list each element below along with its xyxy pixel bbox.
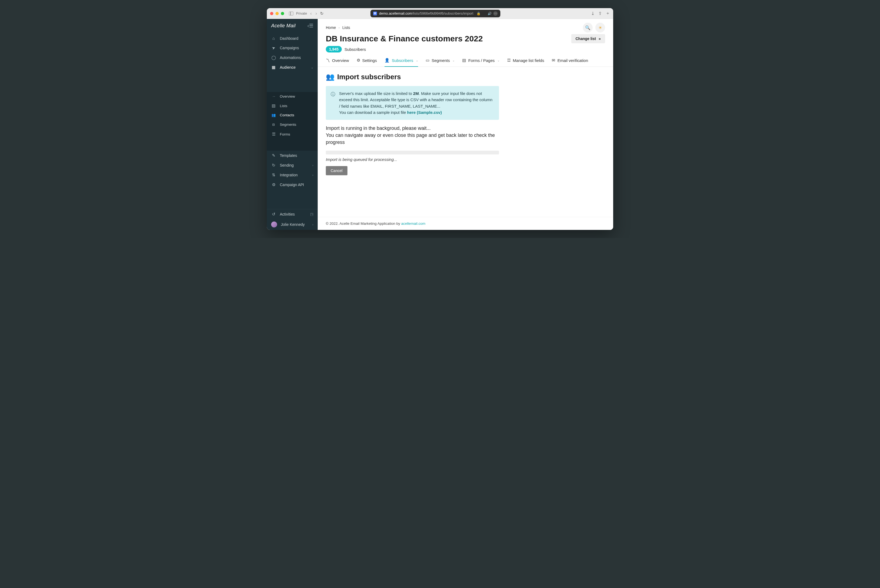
maximize-window-icon[interactable] xyxy=(281,12,284,15)
window-controls xyxy=(270,12,284,15)
sun-icon: ☀ xyxy=(598,25,602,30)
new-tab-icon[interactable]: ＋ xyxy=(605,10,610,16)
sidebar-item-automations[interactable]: Automations xyxy=(267,53,318,63)
import-status: Import is running in the backgroud, plea… xyxy=(326,124,499,146)
change-list-button[interactable]: Change list » xyxy=(571,34,605,43)
contacts-icon xyxy=(271,113,276,117)
breadcrumb-separator: › xyxy=(338,26,339,29)
list-tabs: 〽 Overview ⚙ Settings 👤 Subscribers ⌄ ▭ … xyxy=(318,52,613,67)
breadcrumb-home[interactable]: Home xyxy=(326,26,336,30)
main-content: Home › Lists 🔍 ☀ DB Insurance & Finance … xyxy=(318,19,613,230)
cancel-button[interactable]: Cancel xyxy=(326,166,347,175)
footer-link[interactable]: acellemail.com xyxy=(401,222,425,226)
avatar-icon xyxy=(271,222,277,228)
downloads-icon[interactable]: ⤓ xyxy=(591,11,595,16)
breadcrumb-lists[interactable]: Lists xyxy=(342,26,350,30)
external-link-icon: ◳ xyxy=(310,212,313,216)
share-icon[interactable]: ⇪ xyxy=(598,11,602,16)
search-icon: 🔍 xyxy=(585,25,590,30)
forward-button[interactable]: › xyxy=(315,11,317,16)
import-panel: 👥 Import subscribers ⓘ Server's max uplo… xyxy=(318,67,572,181)
audio-icon[interactable]: 🔊 xyxy=(488,12,492,15)
chevron-down-icon: ⌄ xyxy=(416,59,418,62)
site-options-icon[interactable]: ⋯ xyxy=(493,11,498,16)
sidebar-toggle-icon[interactable] xyxy=(289,12,293,15)
group-icon: 👥 xyxy=(326,73,335,81)
sidebar-user[interactable]: Jolie Kennedy › xyxy=(267,219,318,230)
progress-bar xyxy=(326,151,499,154)
chevron-right-icon: › xyxy=(312,173,313,177)
collapse-sidebar-icon[interactable]: ‹☰ xyxy=(308,23,313,28)
tab-email-verification[interactable]: ✉ Email verification xyxy=(552,58,588,66)
app-window: Private ‹ › ↻ M demo.acellemail.com/list… xyxy=(267,8,613,230)
chevron-down-icon: ⌄ xyxy=(452,59,455,62)
sidebar-item-campaign-api[interactable]: Campaign API xyxy=(267,180,318,190)
section-heading: 👥 Import subscribers xyxy=(326,73,564,81)
tab-manage-fields[interactable]: ☲ Manage list fields xyxy=(507,58,544,66)
tab-forms-pages[interactable]: ▤ Forms / Pages ⌄ xyxy=(462,58,500,66)
chevron-down-icon: ⌄ xyxy=(497,59,500,62)
fields-icon: ☲ xyxy=(507,58,511,63)
minimize-window-icon[interactable] xyxy=(275,12,279,15)
overview-icon: 〽 xyxy=(326,58,330,63)
api-icon xyxy=(271,182,276,187)
sidebar-sub-lists[interactable]: Lists xyxy=(267,101,318,111)
tab-subscribers[interactable]: 👤 Subscribers ⌄ xyxy=(384,58,418,66)
templates-icon xyxy=(271,153,276,158)
mail-check-icon: ✉ xyxy=(552,58,555,63)
segments-icon xyxy=(271,122,276,127)
top-bar: Home › Lists 🔍 ☀ xyxy=(318,19,613,33)
reload-button[interactable]: ↻ xyxy=(320,11,324,16)
sidebar-audience-submenu: Overview Lists Contacts Segments Forms xyxy=(267,92,318,150)
brand-header: Acelle Mail ‹☰ xyxy=(267,19,318,33)
sample-csv-link[interactable]: here (Sample.csv) xyxy=(407,110,442,115)
sidebar-item-sending[interactable]: Sending › xyxy=(267,160,318,170)
info-icon: ⓘ xyxy=(331,91,335,116)
shield-icon xyxy=(271,55,276,60)
search-button[interactable]: 🔍 xyxy=(583,23,593,33)
send-icon xyxy=(271,45,276,50)
url-path: /lists/5966ef9d994f6/subscribers/import xyxy=(412,11,473,15)
tab-segments[interactable]: ▭ Segments ⌄ xyxy=(426,58,455,66)
url-host: demo.acellemail.com xyxy=(379,11,412,15)
segments-icon: ▭ xyxy=(426,58,429,63)
sidebar-nav: Dashboard Campaigns Automations Audience… xyxy=(267,33,318,92)
gear-icon: ⚙ xyxy=(357,58,360,63)
subscriber-count-badge: 1,945 xyxy=(326,46,342,52)
close-window-icon[interactable] xyxy=(270,12,273,15)
queue-message: Import is being queued for processing... xyxy=(326,157,564,162)
sidebar-item-templates[interactable]: Templates xyxy=(267,151,318,160)
address-bar[interactable]: M demo.acellemail.com/lists/5966ef9d994f… xyxy=(371,10,500,17)
activities-icon xyxy=(271,212,276,217)
sidebar-sub-overview[interactable]: Overview xyxy=(267,92,318,101)
home-icon xyxy=(271,36,276,40)
audience-icon xyxy=(271,65,276,70)
integration-icon xyxy=(271,172,276,177)
sidebar-sub-segments[interactable]: Segments xyxy=(267,120,318,129)
theme-toggle[interactable]: ☀ xyxy=(595,23,605,33)
private-mode-label: Private xyxy=(296,11,307,15)
page-footer: © 2022. Acelle Email Marketing Applicati… xyxy=(318,217,613,230)
person-icon: 👤 xyxy=(384,58,390,63)
browser-toolbar: Private ‹ › ↻ M demo.acellemail.com/list… xyxy=(267,8,613,19)
sidebar-item-integration[interactable]: Integration › xyxy=(267,170,318,180)
tab-settings[interactable]: ⚙ Settings xyxy=(357,58,377,66)
sending-icon xyxy=(271,163,276,168)
sidebar-sub-forms[interactable]: Forms xyxy=(267,129,318,139)
favicon-icon: M xyxy=(373,12,377,15)
chart-icon xyxy=(271,94,276,99)
info-box: ⓘ Server's max upload file size is limit… xyxy=(326,86,499,120)
sidebar-item-audience[interactable]: Audience ⌄ xyxy=(267,63,318,72)
page-title: DB Insurance & Finance customers 2022 xyxy=(326,34,483,43)
chevron-down-icon: ⌄ xyxy=(311,66,313,69)
list-icon xyxy=(271,104,276,108)
back-button[interactable]: ‹ xyxy=(309,11,312,16)
tab-overview[interactable]: 〽 Overview xyxy=(326,58,349,66)
sidebar-activities[interactable]: Activities ◳ xyxy=(267,209,318,219)
brand-logo: Acelle Mail xyxy=(271,23,296,28)
lock-icon: 🔒 xyxy=(476,12,481,15)
sidebar-item-campaigns[interactable]: Campaigns xyxy=(267,43,318,53)
sidebar-item-dashboard[interactable]: Dashboard xyxy=(267,33,318,43)
sidebar-sub-contacts[interactable]: Contacts xyxy=(267,111,318,120)
subscriber-label: Subscribers xyxy=(344,47,366,52)
